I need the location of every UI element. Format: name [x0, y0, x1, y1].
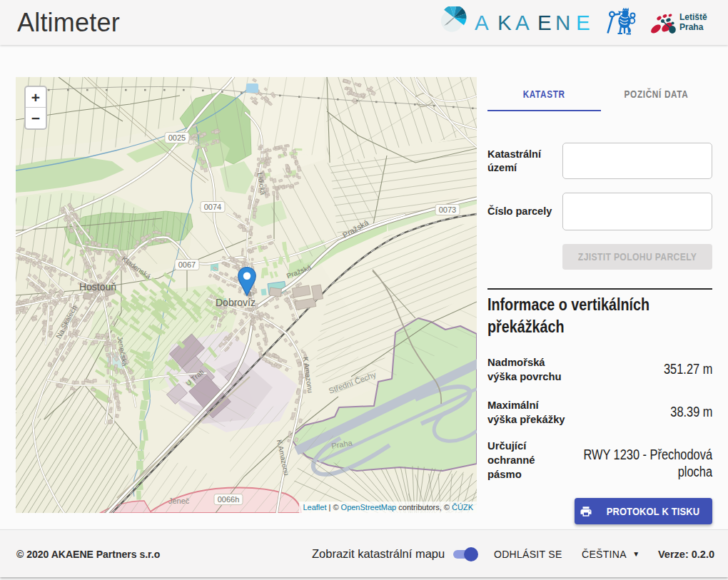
svg-text:Čičina: Čičina [188, 138, 208, 146]
svg-text:Hostouň: Hostouň [79, 281, 116, 292]
svg-text:Dobrovíz: Dobrovíz [216, 297, 256, 308]
svg-text:0067: 0067 [178, 260, 196, 269]
svg-text:Praha: Praha [679, 22, 704, 32]
svg-text:0073: 0073 [439, 205, 456, 214]
svg-text:E: E [576, 11, 590, 34]
svg-text:Letiště: Letiště [679, 12, 707, 22]
svg-text:0066h: 0066h [218, 495, 240, 504]
svg-text:0074: 0074 [204, 203, 221, 211]
svg-text:E: E [537, 11, 552, 34]
svg-text:A: A [515, 11, 530, 34]
svg-text:A: A [475, 11, 489, 34]
svg-text:0025: 0025 [168, 133, 186, 142]
svg-text:K: K [497, 11, 512, 34]
svg-text:N: N [555, 11, 570, 34]
